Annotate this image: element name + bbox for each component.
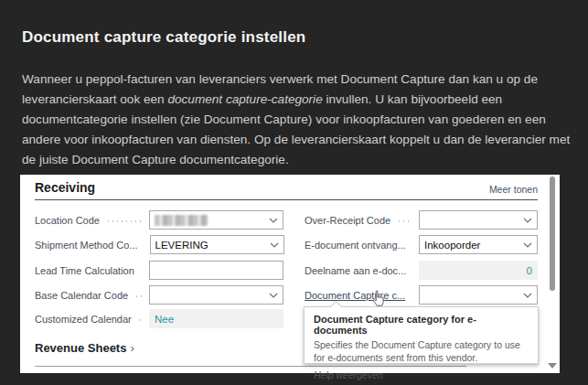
field-label: Lead Time Calculation — [35, 265, 134, 276]
show-more-link[interactable]: Meer tonen — [489, 184, 538, 195]
dotted-leader — [134, 292, 143, 301]
field-row-lead-time: Lead Time Calculation — [35, 261, 283, 280]
field-row-over-receipt: Over-Receipt Code — [305, 210, 538, 230]
field-label: E-document ontvang... — [305, 240, 406, 251]
tooltip-title: Document Capture category for e-document… — [314, 314, 529, 336]
intro-paragraph: Wanneer u peppol-facturen van leverancie… — [22, 70, 571, 170]
field-row-base-calendar: Base Calendar Code — [35, 285, 283, 305]
field-value: 0 — [527, 265, 532, 276]
field-row-customized-calendar: Customized Calendar Nee — [35, 309, 283, 328]
over-receipt-combobox[interactable] — [419, 210, 538, 230]
document-capture-category-combobox[interactable] — [419, 285, 538, 305]
shipment-method-combobox[interactable]: LEVERING — [150, 235, 284, 254]
dotted-leader — [412, 241, 412, 251]
chevron-down-icon[interactable] — [269, 293, 278, 298]
dotted-leader — [140, 267, 143, 276]
section-title-label: Revenue Sheets — [35, 341, 126, 355]
dotted-leader — [137, 315, 143, 325]
chevron-down-icon[interactable] — [523, 293, 532, 298]
tooltip-caret-icon — [330, 301, 341, 307]
dotted-leader — [412, 267, 412, 276]
section-title-receiving[interactable]: Receiving — [35, 180, 95, 195]
tooltip-help-link[interactable]: Help weergeven — [314, 369, 529, 380]
field-value: Nee — [155, 314, 174, 325]
dotted-leader — [105, 217, 143, 226]
dotted-leader — [396, 217, 412, 226]
scrollbar-thumb[interactable] — [550, 176, 555, 291]
chevron-down-icon[interactable] — [523, 242, 532, 248]
redacted-value — [155, 215, 208, 226]
edoc-participation-value[interactable]: 0 — [419, 261, 538, 280]
page: Document capture categorie instellen Wan… — [0, 0, 588, 385]
location-code-combobox[interactable] — [149, 210, 283, 230]
customized-calendar-value: Nee — [149, 309, 283, 328]
field-label: Location Code — [35, 215, 100, 226]
section-divider — [35, 366, 466, 367]
tooltip-body: Specifies the Document Capture category … — [314, 339, 529, 364]
page-title: Document capture categorie instellen — [22, 28, 534, 47]
section-divider — [35, 199, 538, 200]
base-calendar-combobox[interactable] — [149, 285, 283, 305]
chevron-down-icon[interactable] — [523, 218, 532, 223]
dotted-leader — [411, 292, 412, 301]
scroll-down-arrow-icon[interactable] — [548, 363, 557, 369]
document-capture-category-label-link[interactable]: Document Capture c... — [305, 290, 405, 301]
edocument-receive-combobox[interactable]: Inkooporder — [419, 235, 538, 254]
field-label: Over-Receipt Code — [305, 215, 390, 226]
field-label: Base Calendar Code — [35, 290, 128, 301]
field-label: Deelname aan e-doc... — [305, 265, 406, 276]
field-tooltip: Document Capture category for e-document… — [304, 306, 539, 364]
field-value: LEVERING — [155, 240, 208, 251]
field-label: Customized Calendar — [35, 314, 132, 325]
chevron-down-icon[interactable] — [269, 218, 278, 223]
intro-text-italic: document capture-categorie — [167, 92, 322, 106]
field-row-edocument-receive: E-document ontvang... Inkooporder — [305, 235, 538, 254]
lead-time-input[interactable] — [149, 261, 283, 280]
chevron-right-icon: › — [130, 341, 134, 355]
field-row-shipment-method: Shipment Method Co... LEVERING — [35, 235, 283, 254]
field-value: Inkooporder — [424, 240, 480, 251]
hand-cursor-icon — [371, 290, 385, 311]
field-row-edoc-participation: Deelname aan e-doc... 0 — [305, 261, 538, 280]
chevron-down-icon[interactable] — [270, 242, 279, 248]
field-label: Shipment Method Co... — [35, 240, 138, 251]
field-row-location-code: Location Code — [35, 210, 283, 230]
section-title-revenue-sheets[interactable]: Revenue Sheets › — [35, 341, 134, 355]
receiving-card: Receiving Meer tonen Location Code Shipm… — [20, 175, 560, 373]
